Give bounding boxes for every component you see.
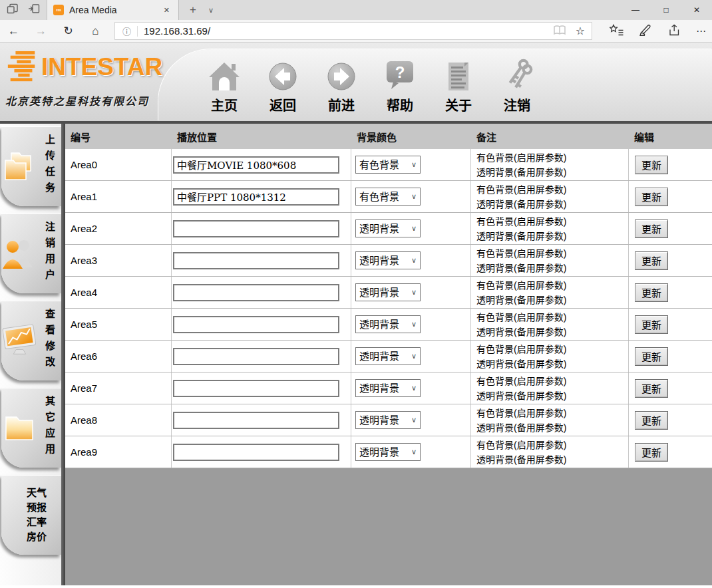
note-line-1: 有色背景(启用屏参数): [476, 406, 566, 420]
table-header-row: 编号 播放位置 背景颜色 备注 编辑: [65, 124, 712, 149]
table-row: Area5 透明背景 ∨ 有色背景(启用屏参数) 透明背景(备用屏参数) 更新: [65, 309, 712, 341]
update-button[interactable]: 更新: [635, 156, 668, 174]
position-input[interactable]: [173, 412, 339, 429]
background-select[interactable]: 透明背景: [355, 379, 421, 397]
area-table: 编号 播放位置 背景颜色 备注 编辑 Area0 有色背景 ∨ 有色背景(启用屏…: [65, 124, 712, 585]
web-note-pen-icon[interactable]: [639, 24, 652, 39]
background-select[interactable]: 有色背景: [355, 188, 421, 206]
notes-cell: 有色背景(启用屏参数) 透明背景(备用屏参数): [471, 213, 629, 244]
browser-back-button[interactable]: ←: [0, 25, 27, 38]
area-id: Area6: [65, 341, 172, 372]
background-select-wrap: 透明背景 ∨: [355, 347, 421, 365]
col-header-notes: 备注: [471, 130, 629, 144]
sidebar: 上传任务 注销用户 查看修改 其它应用 天气 预报 汇率 房价: [0, 124, 61, 585]
position-input[interactable]: [173, 188, 339, 206]
notes-cell: 有色背景(启用屏参数) 透明背景(备用屏参数): [471, 309, 629, 340]
position-input[interactable]: [173, 348, 339, 365]
background-select[interactable]: 透明背景: [355, 251, 421, 269]
set-tabs-aside-icon[interactable]: [7, 3, 19, 17]
update-button[interactable]: 更新: [635, 411, 668, 430]
share-icon[interactable]: [667, 24, 681, 39]
note-line-2: 透明背景(备用屏参数): [476, 229, 566, 243]
note-line-2: 透明背景(备用屏参数): [476, 261, 566, 275]
sidebar-item-other-apps[interactable]: 其它应用: [1, 388, 61, 468]
table-row: Area4 透明背景 ∨ 有色背景(启用屏参数) 透明背景(备用屏参数) 更新: [65, 277, 712, 309]
sidebar-item-view-modify[interactable]: 查看修改: [1, 301, 61, 380]
background-select[interactable]: 透明背景: [355, 443, 421, 461]
area-id: Area1: [65, 181, 172, 212]
sidebar-item-logout-user[interactable]: 注销用户: [1, 214, 61, 293]
nav-help[interactable]: ? 帮助: [379, 57, 421, 114]
nav-forward[interactable]: 前进: [321, 57, 362, 114]
folder-icon: [1, 414, 37, 442]
update-button[interactable]: 更新: [635, 283, 668, 302]
tab-close-icon[interactable]: ✕: [161, 5, 172, 16]
browser-menu-icon[interactable]: ⋯: [696, 25, 707, 37]
nav-home[interactable]: 主页: [204, 57, 245, 114]
update-button[interactable]: 更新: [635, 188, 668, 206]
browser-forward-button[interactable]: →: [27, 25, 55, 38]
site-info-icon[interactable]: ⓘ: [115, 25, 137, 37]
back-circle-icon: [267, 57, 298, 92]
site-nav: 主页 返回 前进 ? 帮助 关于 注销: [204, 57, 538, 114]
background-select[interactable]: 透明背景: [355, 220, 421, 237]
area-id: Area0: [65, 149, 172, 180]
table-row: Area1 有色背景 ∨ 有色背景(启用屏参数) 透明背景(备用屏参数) 更新: [65, 181, 712, 213]
background-select[interactable]: 透明背景: [355, 411, 421, 429]
nav-back[interactable]: 返回: [262, 57, 303, 114]
background-select[interactable]: 透明背景: [355, 283, 421, 301]
update-button[interactable]: 更新: [635, 251, 668, 270]
note-line-1: 有色背景(启用屏参数): [476, 214, 566, 229]
browser-tab[interactable]: rm Area Media ✕: [47, 0, 179, 20]
favorite-star-icon[interactable]: ☆: [576, 25, 585, 37]
position-input[interactable]: [173, 156, 339, 174]
browser-refresh-button[interactable]: ↻: [55, 24, 82, 38]
sidebar-item-weather-rates[interactable]: 天气 预报 汇率 房价: [1, 475, 61, 555]
note-line-1: 有色背景(启用屏参数): [476, 438, 566, 452]
background-select[interactable]: 透明背景: [355, 315, 421, 333]
tab-list-chevron-icon[interactable]: ∨: [208, 6, 214, 15]
background-select[interactable]: 透明背景: [355, 347, 421, 365]
note-line-2: 透明背景(备用屏参数): [476, 388, 566, 403]
notes-cell: 有色背景(启用屏参数) 透明背景(备用屏参数): [471, 404, 629, 436]
url-field[interactable]: ⓘ 192.168.31.69/ ☆: [114, 22, 592, 40]
update-button[interactable]: 更新: [635, 220, 668, 238]
reading-view-icon[interactable]: [553, 25, 566, 38]
url-text[interactable]: 192.168.31.69/: [138, 25, 553, 37]
help-bubble-icon: ?: [383, 57, 417, 92]
table-row: Area2 透明背景 ∨ 有色背景(启用屏参数) 透明背景(备用屏参数) 更新: [65, 213, 712, 245]
notes-cell: 有色背景(启用屏参数) 透明背景(备用屏参数): [471, 436, 629, 468]
company-name: 北京英特之星科技有限公司: [5, 92, 162, 108]
area-id: Area9: [65, 436, 172, 468]
browser-home-button[interactable]: ⌂: [82, 25, 109, 38]
position-input[interactable]: [173, 380, 339, 397]
background-select-wrap: 透明背景 ∨: [355, 315, 421, 333]
position-input[interactable]: [173, 220, 339, 237]
update-button[interactable]: 更新: [635, 379, 668, 398]
position-input[interactable]: [173, 252, 339, 269]
position-input[interactable]: [173, 444, 339, 461]
window-minimize-button[interactable]: —: [620, 0, 651, 20]
update-button[interactable]: 更新: [635, 347, 668, 366]
nav-logout[interactable]: 注销: [496, 57, 538, 114]
users-icon: [1, 237, 37, 270]
tab-preview-icon[interactable]: [28, 3, 40, 17]
background-select-wrap: 透明背景 ∨: [355, 379, 421, 397]
notes-cell: 有色背景(启用屏参数) 透明背景(备用屏参数): [471, 245, 629, 276]
new-tab-button[interactable]: +: [190, 3, 196, 17]
site-header: INTESTAR 北京英特之星科技有限公司 主页 返回 前进 ? 帮助 关于 注…: [0, 43, 712, 124]
update-button[interactable]: 更新: [635, 315, 668, 334]
window-maximize-button[interactable]: □: [651, 0, 681, 20]
hub-favorites-icon[interactable]: [610, 24, 623, 39]
sidebar-item-upload-tasks[interactable]: 上传任务: [1, 126, 61, 206]
window-close-button[interactable]: ✕: [681, 0, 712, 20]
area-id: Area4: [65, 277, 172, 308]
empty-page-area: [65, 468, 712, 585]
background-select[interactable]: 有色背景: [355, 156, 421, 174]
update-button[interactable]: 更新: [635, 443, 668, 462]
nav-about[interactable]: 关于: [438, 57, 479, 114]
background-select-wrap: 透明背景 ∨: [355, 220, 421, 237]
position-input[interactable]: [173, 284, 339, 301]
table-row: Area6 透明背景 ∨ 有色背景(启用屏参数) 透明背景(备用屏参数) 更新: [65, 341, 712, 372]
position-input[interactable]: [173, 316, 339, 333]
